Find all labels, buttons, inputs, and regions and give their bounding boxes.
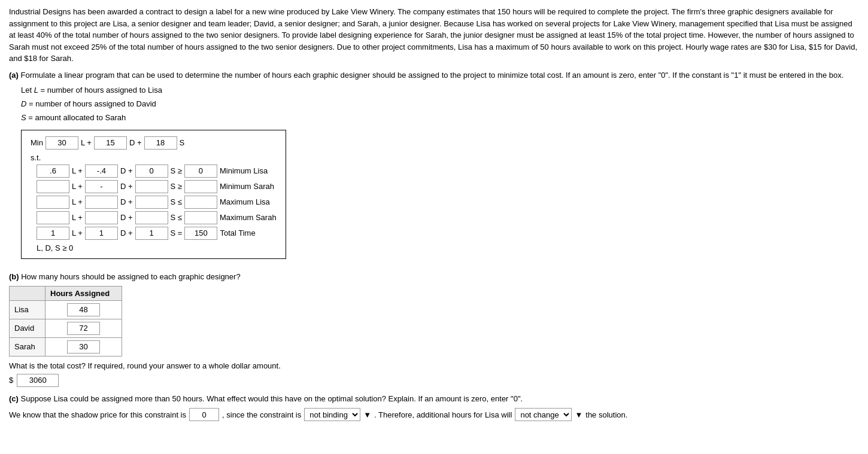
- part-c-label: (c): [9, 394, 19, 403]
- c2-var3: S ≥: [171, 182, 182, 191]
- c1-coeff1[interactable]: [37, 164, 69, 178]
- c4-rhs[interactable]: [184, 211, 217, 224]
- c4-coeff1[interactable]: [37, 211, 69, 224]
- let-def-3: S = amount allocated to Sarah: [21, 111, 859, 124]
- c2-var2: D +: [120, 182, 133, 191]
- c4-coeff3[interactable]: [135, 211, 168, 224]
- c2-coeff2[interactable]: [85, 180, 118, 193]
- let-def-2: D = number of hours assigned to David: [21, 97, 859, 111]
- c5-rhs[interactable]: [184, 227, 217, 240]
- c1-var3: S ≥: [171, 166, 182, 175]
- obj-coeff-2[interactable]: [94, 136, 127, 150]
- shadow-text-4: the solution.: [585, 408, 627, 422]
- cost-question: What is the total cost? If required, rou…: [9, 361, 859, 370]
- sarah-hours-input[interactable]: [67, 340, 100, 354]
- c5-var1: L +: [72, 228, 83, 237]
- c4-coeff2[interactable]: [85, 211, 118, 224]
- c5-var2: D +: [120, 228, 133, 237]
- obj-coeff-3[interactable]: [144, 136, 177, 150]
- c1-coeff3[interactable]: [135, 164, 168, 178]
- part-a-question-text: Formulate a linear program that can be u…: [21, 71, 844, 80]
- shadow-price-row: We know that the shadow price for this c…: [9, 408, 859, 422]
- c5-label: Total Time: [220, 228, 255, 237]
- let-def-1: Let L = number of hours assigned to Lisa: [21, 83, 859, 97]
- c5-coeff1[interactable]: [37, 227, 69, 240]
- table-row: Sarah: [10, 337, 122, 356]
- dropdown-arrow-2: ▼: [575, 408, 582, 422]
- c4-var2: D +: [120, 213, 133, 222]
- shadow-text-3: . Therefore, additional hours for Lisa w…: [374, 408, 512, 422]
- lp-formulation-box: Min L + D + S s.t. L + D + S ≥ Minimum L…: [21, 130, 286, 259]
- shadow-text-2: , since the constraint is: [222, 408, 301, 422]
- constraint-row-3: L + D + S ≤ Maximum Lisa: [37, 196, 277, 209]
- part-b-question: (b) How many hours should be assigned to…: [9, 272, 859, 281]
- part-c-question-text: Suppose Lisa could be assigned more than…: [21, 394, 523, 403]
- dropdown-arrow-1: ▼: [363, 408, 371, 422]
- total-cost-row: $: [9, 374, 859, 387]
- table-hours-header: Hours Assigned: [45, 286, 122, 300]
- shadow-text-1: We know that the shadow price for this c…: [9, 408, 186, 422]
- min-label: Min: [31, 138, 43, 147]
- obj-var-1: L +: [81, 138, 92, 147]
- obj-var-2: D +: [129, 138, 142, 147]
- c3-var2: D +: [120, 197, 133, 206]
- c2-var1: L +: [72, 182, 83, 191]
- c1-var1: L +: [72, 166, 83, 175]
- shadow-price-input[interactable]: [189, 408, 219, 421]
- c3-coeff1[interactable]: [37, 196, 69, 209]
- c3-coeff3[interactable]: [135, 196, 168, 209]
- variable-definitions: Let L = number of hours assigned to Lisa…: [21, 83, 859, 125]
- c2-coeff3[interactable]: [135, 180, 168, 193]
- lisa-hours-input[interactable]: [67, 303, 100, 316]
- lisa-label: Lisa: [10, 300, 45, 319]
- lisa-hours: [45, 300, 122, 319]
- part-a-label: (a): [9, 71, 19, 80]
- c2-rhs[interactable]: [184, 180, 217, 193]
- constraint-row-1: L + D + S ≥ Minimum Lisa: [37, 164, 277, 178]
- obj-coeff-1[interactable]: [45, 136, 78, 150]
- c5-var3: S =: [171, 228, 183, 237]
- david-hours-input[interactable]: [67, 322, 100, 335]
- c4-var3: S ≤: [171, 213, 182, 222]
- c2-label: Minimum Sarah: [220, 182, 274, 191]
- non-negativity: L, D, S ≥ 0: [37, 243, 277, 252]
- obj-var-3: S: [180, 138, 185, 147]
- constraint-row-5: L + D + S = Total Time: [37, 227, 277, 240]
- c1-var2: D +: [120, 166, 133, 175]
- intro-paragraph: Industrial Designs has been awarded a co…: [9, 6, 859, 65]
- objective-row: Min L + D + S: [31, 136, 277, 150]
- c1-coeff2[interactable]: [85, 164, 118, 178]
- c3-coeff2[interactable]: [85, 196, 118, 209]
- hours-assigned-table: Hours Assigned Lisa David Sarah: [9, 286, 122, 357]
- david-label: David: [10, 319, 45, 337]
- constraint-row-4: L + D + S ≤ Maximum Sarah: [37, 211, 277, 224]
- part-c-question: (c) Suppose Lisa could be assigned more …: [9, 394, 859, 403]
- c3-label: Maximum Lisa: [220, 197, 270, 206]
- c5-coeff3[interactable]: [135, 227, 168, 240]
- part-b-section: (b) How many hours should be assigned to…: [9, 272, 859, 387]
- part-a-question: (a) Formulate a linear program that can …: [9, 71, 859, 80]
- part-c-section: (c) Suppose Lisa could be assigned more …: [9, 394, 859, 422]
- dollar-sign: $: [9, 376, 13, 385]
- part-b-question-text: How many hours should be assigned to eac…: [21, 272, 240, 281]
- c1-rhs[interactable]: [184, 164, 217, 178]
- change-dropdown[interactable]: not change change: [515, 408, 572, 421]
- binding-dropdown[interactable]: not binding binding: [304, 408, 360, 421]
- david-hours: [45, 319, 122, 337]
- c5-coeff2[interactable]: [85, 227, 118, 240]
- sarah-label: Sarah: [10, 337, 45, 356]
- table-row: Lisa: [10, 300, 122, 319]
- part-b-label: (b): [9, 272, 19, 281]
- sarah-hours: [45, 337, 122, 356]
- c4-var1: L +: [72, 213, 83, 222]
- c3-rhs[interactable]: [184, 196, 217, 209]
- st-label: s.t.: [31, 153, 277, 162]
- table-empty-header: [10, 286, 45, 300]
- table-row: David: [10, 319, 122, 337]
- c3-var3: S ≤: [171, 197, 182, 206]
- c4-label: Maximum Sarah: [220, 213, 277, 222]
- part-a-section: (a) Formulate a linear program that can …: [9, 71, 859, 265]
- c2-coeff1[interactable]: [37, 180, 69, 193]
- total-cost-input[interactable]: [17, 374, 59, 387]
- constraint-row-2: L + D + S ≥ Minimum Sarah: [37, 180, 277, 193]
